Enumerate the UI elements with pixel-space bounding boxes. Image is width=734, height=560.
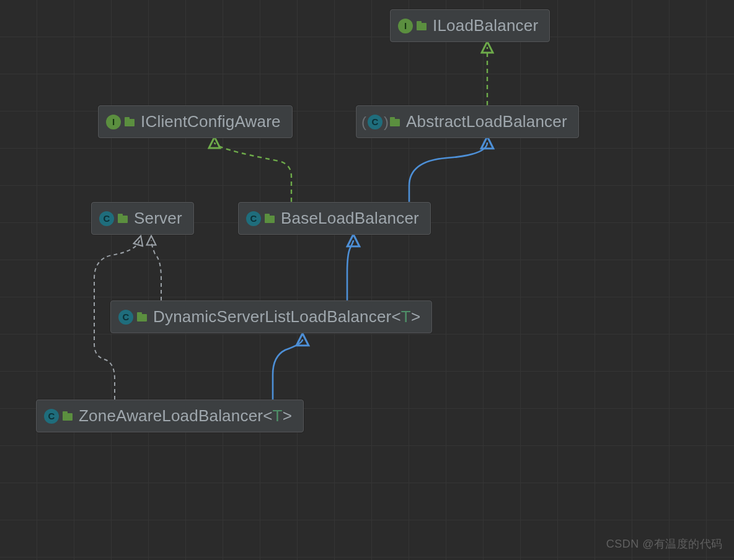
abstract-class-icon: ( C ) — [364, 113, 400, 131]
package-icon — [265, 214, 275, 224]
background-grid — [0, 0, 734, 560]
class-icon: C — [44, 409, 73, 424]
package-icon — [417, 21, 427, 31]
node-label: IClientConfigAware — [141, 112, 281, 131]
badge-icon: C — [44, 409, 59, 424]
badge-icon: C — [118, 310, 133, 325]
package-icon — [63, 411, 73, 421]
badge-icon: I — [106, 115, 121, 129]
paren-right: ) — [384, 113, 389, 131]
node-iloadbalancer[interactable]: I ILoadBalancer — [390, 9, 550, 42]
badge-icon: I — [398, 19, 413, 33]
node-label: Server — [134, 209, 182, 228]
watermark: CSDN @有温度的代码 — [606, 536, 723, 551]
node-baseloadbalancer[interactable]: C BaseLoadBalancer — [238, 202, 431, 235]
node-server[interactable]: C Server — [91, 202, 194, 235]
class-icon: C — [99, 211, 128, 226]
node-label: ILoadBalancer — [433, 16, 538, 35]
node-iclientconfigaware[interactable]: I IClientConfigAware — [98, 105, 293, 138]
node-label: AbstractLoadBalancer — [406, 112, 567, 131]
package-icon — [125, 117, 135, 127]
node-label: ZoneAwareLoadBalancer<T> — [79, 406, 292, 426]
package-icon — [137, 312, 147, 322]
interface-icon: I — [398, 19, 427, 33]
class-icon: C — [118, 310, 147, 325]
paren-left: ( — [361, 113, 366, 131]
node-abstractloadbalancer[interactable]: ( C ) AbstractLoadBalancer — [356, 105, 579, 138]
interface-icon: I — [106, 115, 135, 129]
node-dynamicserverlistloadbalancer[interactable]: C DynamicServerListLoadBalancer<T> — [110, 300, 432, 333]
class-icon: C — [246, 211, 275, 226]
node-zoneawareloadbalancer[interactable]: C ZoneAwareLoadBalancer<T> — [36, 400, 304, 432]
badge-icon: C — [368, 115, 382, 129]
package-icon — [118, 214, 128, 224]
badge-icon: C — [99, 211, 114, 226]
package-icon — [390, 117, 400, 127]
node-label: BaseLoadBalancer — [281, 209, 419, 228]
node-label: DynamicServerListLoadBalancer<T> — [153, 307, 420, 326]
badge-icon: C — [246, 211, 261, 226]
